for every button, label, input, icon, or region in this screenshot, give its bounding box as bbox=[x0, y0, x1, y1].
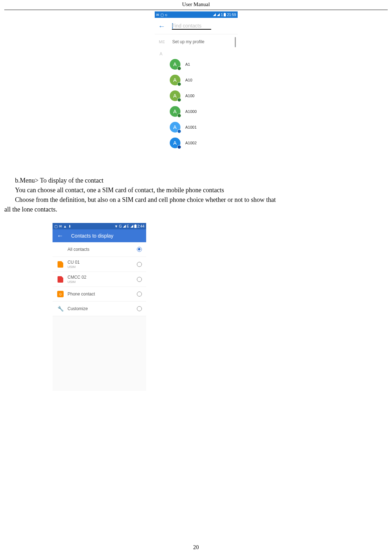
back-arrow-icon[interactable]: ← bbox=[158, 23, 165, 30]
radio-button[interactable] bbox=[137, 247, 142, 252]
option-label: All contacts bbox=[68, 247, 133, 252]
status-bar: ▢ ✉ ▲ ⬇ ▼ G E 2:44 bbox=[53, 223, 146, 229]
contact-name: A1001 bbox=[185, 125, 197, 129]
search-input[interactable]: | Find contacts bbox=[172, 23, 202, 30]
option-label: CU 01 bbox=[68, 260, 133, 265]
paragraph-definition: Choose from the definition, but also on … bbox=[4, 195, 388, 205]
page-title: Contacts to display bbox=[71, 233, 113, 239]
avatar-badge-icon bbox=[177, 66, 181, 70]
contact-row[interactable]: AA1 bbox=[155, 56, 238, 72]
back-arrow-icon[interactable]: ← bbox=[57, 232, 63, 240]
contact-name: A1002 bbox=[185, 141, 197, 145]
message-icon: ✉ bbox=[156, 13, 159, 17]
me-profile-text: Set up my profile bbox=[172, 39, 204, 44]
signal-icon bbox=[130, 225, 133, 228]
page-number: 20 bbox=[193, 544, 199, 551]
display-option-row[interactable]: ☺Phone contact bbox=[53, 287, 146, 302]
contact-name: A1 bbox=[185, 62, 190, 66]
section-letter: A bbox=[155, 49, 238, 56]
contact-row[interactable]: AA1002 bbox=[155, 135, 238, 151]
avatar: A bbox=[170, 90, 180, 101]
contact-row[interactable]: AA1001 bbox=[155, 119, 238, 135]
phone-screenshot-contacts-search: ✉ ▢ ⎋ 1 21:59 ← | Find contacts ME Set u… bbox=[155, 11, 238, 161]
usb-icon: ⎋ bbox=[165, 13, 167, 17]
avatar-badge-icon bbox=[177, 82, 181, 86]
sim-label: 1 bbox=[221, 13, 223, 17]
option-sublabel: USIM bbox=[68, 265, 133, 269]
contact-row[interactable]: AA100 bbox=[155, 88, 238, 104]
signal-icon bbox=[217, 13, 220, 16]
avatar: A bbox=[170, 138, 180, 148]
display-option-row[interactable]: CMCC 02USIM bbox=[53, 272, 146, 287]
radio-button[interactable] bbox=[137, 262, 142, 267]
battery-icon bbox=[224, 13, 226, 16]
me-label: ME bbox=[159, 40, 165, 44]
avatar-badge-icon bbox=[177, 129, 181, 133]
page-header: User Manual bbox=[4, 0, 388, 10]
body-text: b.Menu> To display of the contact You ca… bbox=[4, 176, 388, 214]
paragraph-choose-all: You can choose all contact, one a SIM ca… bbox=[4, 185, 388, 195]
display-option-row[interactable]: All contacts bbox=[53, 242, 146, 257]
warning-icon: ▲ bbox=[63, 224, 67, 228]
avatar-badge-icon bbox=[177, 114, 181, 118]
search-row: ← | Find contacts bbox=[155, 18, 238, 34]
display-option-row[interactable]: 🔧Customize bbox=[53, 302, 146, 316]
avatar: A bbox=[170, 106, 180, 117]
contact-row[interactable]: AA1000 bbox=[155, 104, 238, 119]
avatar-badge-icon bbox=[177, 98, 181, 102]
radio-button[interactable] bbox=[137, 292, 142, 297]
avatar: A bbox=[170, 75, 180, 85]
status-bar: ✉ ▢ ⎋ 1 21:59 bbox=[155, 11, 238, 18]
options-list: All contactsCU 01USIMCMCC 02USIM☺Phone c… bbox=[53, 242, 146, 316]
contact-name: A10 bbox=[185, 78, 193, 82]
display-option-row[interactable]: CU 01USIM bbox=[53, 257, 146, 272]
phone-contact-icon: ☺ bbox=[57, 290, 64, 298]
signal-icon bbox=[213, 13, 216, 16]
scroll-indicator bbox=[235, 37, 236, 47]
option-label: Customize bbox=[68, 306, 133, 311]
contact-row[interactable]: AA10 bbox=[155, 72, 238, 88]
paragraph-lone: all the lone contacts. bbox=[4, 205, 388, 214]
clock-text: 2:44 bbox=[138, 224, 144, 228]
avatar-badge-icon bbox=[177, 145, 181, 149]
clock-text: 21:59 bbox=[227, 13, 236, 17]
contacts-list: AA1AA10AA100AA1000AA1001AA1002 bbox=[155, 56, 238, 151]
wifi-icon: ▼ bbox=[114, 224, 118, 228]
radio-button[interactable] bbox=[137, 306, 142, 311]
radio-button[interactable] bbox=[137, 277, 142, 282]
net-g: G bbox=[119, 224, 122, 228]
search-placeholder: Find contacts bbox=[172, 23, 202, 29]
customize-icon: 🔧 bbox=[57, 305, 64, 312]
me-profile-row[interactable]: ME Set up my profile bbox=[155, 34, 238, 49]
option-label: Phone contact bbox=[68, 292, 133, 297]
paragraph-b: b.Menu> To display of the contact bbox=[4, 176, 388, 185]
gallery-icon: ▢ bbox=[160, 13, 164, 17]
download-icon: ⬇ bbox=[68, 224, 71, 228]
avatar: A bbox=[170, 122, 180, 133]
avatar: A bbox=[170, 59, 180, 70]
phone-screenshot-contacts-display: ▢ ✉ ▲ ⬇ ▼ G E 2:44 ← Contacts to display… bbox=[53, 223, 146, 391]
net-e: E bbox=[127, 224, 129, 228]
contact-name: A1000 bbox=[185, 109, 197, 114]
option-label: CMCC 02 bbox=[68, 275, 133, 280]
battery-icon bbox=[134, 225, 137, 228]
signal-icon bbox=[123, 225, 126, 228]
screenshot-icon: ▢ bbox=[54, 224, 58, 228]
sim-icon bbox=[57, 276, 64, 283]
app-bar: ← Contacts to display bbox=[53, 229, 146, 242]
contact-name: A100 bbox=[185, 94, 195, 98]
sim-icon bbox=[57, 261, 64, 268]
option-sublabel: USIM bbox=[68, 280, 133, 284]
settings-icon: ✉ bbox=[59, 224, 62, 228]
